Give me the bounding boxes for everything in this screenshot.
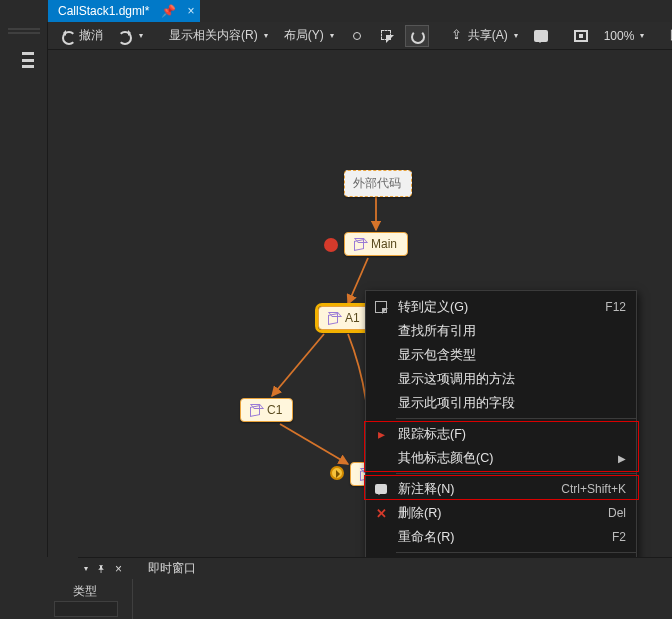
ctx-accel: F2 xyxy=(612,530,626,544)
ctx-label: 显示包含类型 xyxy=(398,347,626,364)
ctx-label: 跟踪标志(F) xyxy=(398,426,626,443)
ctx-accel: F12 xyxy=(605,300,626,314)
ctx-separator xyxy=(396,473,636,474)
node-external-code[interactable]: 外部代码 xyxy=(344,170,412,197)
share-icon xyxy=(450,29,464,43)
bottom-panel-title: 即时窗口 xyxy=(148,560,196,577)
document-tab-title: CallStack1.dgml* xyxy=(58,4,149,18)
node-c1[interactable]: C1 xyxy=(240,398,293,422)
node-main[interactable]: Main xyxy=(344,232,408,256)
bottom-panel-titlebar[interactable]: ▾ 🖈 × 即时窗口 xyxy=(78,557,672,579)
document-tabstrip: CallStack1.dgml* 📌 × xyxy=(0,0,672,22)
cube-icon xyxy=(249,404,261,416)
breakpoint-icon[interactable] xyxy=(324,238,338,252)
ctx-delete[interactable]: ✕ 删除(R) Del xyxy=(366,501,636,525)
redo-split-button[interactable]: ▾ xyxy=(114,25,148,47)
chevron-down-icon: ▾ xyxy=(330,31,334,40)
chevron-down-icon: ▾ xyxy=(514,31,518,40)
refresh-toggle[interactable] xyxy=(405,25,429,47)
node-label: A1 xyxy=(345,311,360,325)
tabstrip-left-spacer xyxy=(0,0,48,22)
legend-button[interactable]: 图例(L) xyxy=(665,25,672,47)
layout-label: 布局(Y) xyxy=(284,27,324,44)
drag-handle-icon[interactable] xyxy=(22,52,34,68)
ctx-label: 其他标志颜色(C) xyxy=(398,450,618,467)
bottom-left-label: 类型 xyxy=(60,583,110,600)
new-comment-button[interactable] xyxy=(529,25,553,47)
zoom-value: 100% xyxy=(604,29,635,43)
ctx-accel: Del xyxy=(608,506,626,520)
ctx-flag[interactable]: ▸ 跟踪标志(F) xyxy=(366,422,636,446)
chevron-down-icon: ▾ xyxy=(640,31,644,40)
chevron-down-icon[interactable]: ▾ xyxy=(84,564,88,573)
flag-icon: ▸ xyxy=(373,426,389,442)
ctx-label: 删除(R) xyxy=(398,505,608,522)
ctx-show-referenced-fields[interactable]: 显示此项引用的字段 xyxy=(366,391,636,415)
close-icon[interactable]: × xyxy=(187,4,194,18)
node-label: Main xyxy=(371,237,397,251)
ctx-label: 重命名(R) xyxy=(398,529,612,546)
edge-c1-b1 xyxy=(280,424,348,464)
ctx-goto-definition[interactable]: 转到定义(G) F12 xyxy=(366,295,636,319)
undo-label: 撤消 xyxy=(79,27,103,44)
bottom-search-slot[interactable] xyxy=(54,601,118,617)
share-dropdown[interactable]: 共享(A) ▾ xyxy=(445,25,523,47)
fit-icon xyxy=(574,30,588,42)
node-label: C1 xyxy=(267,403,282,417)
selection-icon xyxy=(380,29,394,43)
pin-icon[interactable]: 📌 xyxy=(157,4,179,18)
cube-icon xyxy=(327,312,339,324)
undo-button[interactable]: 撤消 xyxy=(56,25,108,47)
fit-to-window-button[interactable] xyxy=(569,25,593,47)
close-icon[interactable]: × xyxy=(115,562,122,576)
ctx-other-flag-color[interactable]: 其他标志颜色(C) ▶ xyxy=(366,446,636,470)
edge-a1-c1 xyxy=(272,334,324,396)
ctx-rename[interactable]: 重命名(R) F2 xyxy=(366,525,636,549)
delete-icon: ✕ xyxy=(373,505,389,521)
share-label: 共享(A) xyxy=(468,27,508,44)
chevron-down-icon: ▾ xyxy=(139,31,143,40)
selection-button[interactable] xyxy=(375,25,399,47)
target-button[interactable] xyxy=(345,25,369,47)
bottom-panel: ▾ 🖈 × 即时窗口 类型 xyxy=(0,557,672,619)
cube-icon xyxy=(353,238,365,250)
layout-dropdown[interactable]: 布局(Y) ▾ xyxy=(279,25,339,47)
bottom-divider xyxy=(132,579,133,619)
ctx-label: 显示此项引用的字段 xyxy=(398,395,626,412)
node-a1[interactable]: A1 xyxy=(318,306,371,330)
ctx-label: 转到定义(G) xyxy=(398,299,605,316)
ctx-label: 显示这项调用的方法 xyxy=(398,371,626,388)
ctx-separator xyxy=(396,552,636,553)
left-tool-well xyxy=(0,22,48,557)
submenu-arrow-icon: ▶ xyxy=(618,453,626,464)
document-tab-callstack[interactable]: CallStack1.dgml* 📌 × xyxy=(48,0,200,22)
undo-icon xyxy=(61,29,75,43)
node-label: 外部代码 xyxy=(353,175,401,192)
pin-icon[interactable]: 🖈 xyxy=(96,563,107,575)
ctx-show-containing-type[interactable]: 显示包含类型 xyxy=(366,343,636,367)
toolbar-grip-icon xyxy=(8,28,40,40)
graph-toolbar: 撤消 ▾ 显示相关内容(R) ▾ 布局(Y) ▾ 共享(A) ▾ 100% ▾ xyxy=(48,22,672,50)
ctx-label: 查找所有引用 xyxy=(398,323,626,340)
zoom-combo[interactable]: 100% ▾ xyxy=(599,25,650,47)
goto-definition-icon xyxy=(373,299,389,315)
refresh-icon xyxy=(410,29,424,43)
chevron-down-icon: ▾ xyxy=(264,31,268,40)
ctx-show-called-methods[interactable]: 显示这项调用的方法 xyxy=(366,367,636,391)
target-icon xyxy=(350,29,364,43)
note-icon xyxy=(373,481,389,497)
ctx-find-all-refs[interactable]: 查找所有引用 xyxy=(366,319,636,343)
redo-icon xyxy=(119,29,133,43)
ctx-label: 新注释(N) xyxy=(398,481,561,498)
show-related-label: 显示相关内容(R) xyxy=(169,27,258,44)
ctx-separator xyxy=(396,418,636,419)
ctx-new-comment[interactable]: 新注释(N) Ctrl+Shift+K xyxy=(366,477,636,501)
current-frame-icon[interactable] xyxy=(330,466,344,480)
note-icon xyxy=(534,30,548,42)
show-related-dropdown[interactable]: 显示相关内容(R) ▾ xyxy=(164,25,273,47)
ctx-accel: Ctrl+Shift+K xyxy=(561,482,626,496)
